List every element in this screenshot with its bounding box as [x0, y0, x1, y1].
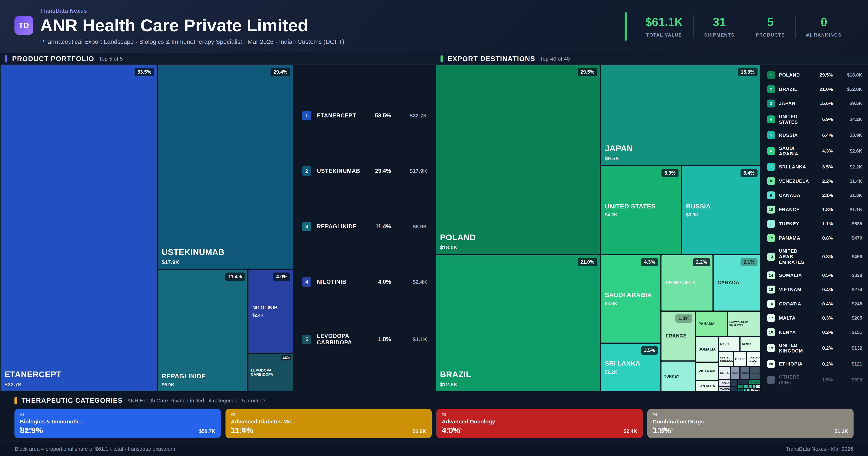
treemap-cell-papua[interactable]: PAPUA...: [737, 389, 743, 392]
treemap-cell-brazil[interactable]: 21.0%BRAZIL$12.8K: [435, 255, 600, 392]
category-products: 1 products: [231, 426, 426, 431]
product-list: 1 ETANERCEPT 53.5% $32.7K 2 USTEKINUMAB …: [293, 65, 435, 392]
treemap-cell-repaglinide[interactable]: 11.4%REPAGLINIDE$6.9K: [157, 269, 248, 392]
treemap-cell-somalia[interactable]: SOMALIA: [695, 337, 718, 362]
cell-label: SAUDI ARABIA$2.6K: [605, 291, 659, 306]
item-name: SAUDI ARABIA: [779, 145, 809, 157]
list-item-united-kingdom[interactable]: 19 UNITED KINGDOM 0.2% $132: [767, 343, 862, 354]
list-item-panama[interactable]: 12 PANAMA 0.8% $470: [767, 234, 862, 242]
treemap-cell-co[interactable]: CO: [747, 389, 750, 392]
treemap-cell-oman[interactable]: OMAN: [756, 384, 761, 389]
list-item-kenya[interactable]: 18 KENYA 0.2% $151: [767, 328, 862, 336]
list-item-brazil[interactable]: 2 BRAZIL 21.0% $12.8K: [767, 85, 862, 93]
list-item-united-arab-emirates[interactable]: 13 UNITED ARAB EMIRATES 0.8% $469: [767, 248, 862, 265]
treemap-cell-saudi-arabia[interactable]: 4.3%SAUDI ARABIA$2.6K: [600, 255, 661, 343]
category-name: Advanced Oncology: [442, 419, 637, 425]
category-card-advanced-diabetes-me[interactable]: #2 Advanced Diabetes Me... 1 products 11…: [225, 409, 432, 438]
treemap-cell-united-arab-emirates[interactable]: UNITED ARAB EMIRATES: [727, 311, 761, 337]
list-item-croatia[interactable]: 16 CROATIA 0.4% $248: [767, 300, 862, 308]
treemap-cell-cayman-isla[interactable]: CAYMAN ISLA...: [747, 351, 761, 367]
rank-badge: 15: [767, 286, 775, 293]
treemap-cell-yemen[interactable]: YEMEN: [749, 379, 761, 384]
treemap-cell-etanercept[interactable]: 53.5%ETANERCEPT$32.7K: [0, 65, 157, 392]
cell-label: BRAZIL$12.8K: [440, 370, 598, 388]
treemap-cell-tanzania[interactable]: TANZANIA: [718, 379, 731, 387]
treemap-cell-germa[interactable]: GERMA: [749, 367, 761, 379]
treemap-cell-turkey[interactable]: TURKEY: [661, 361, 695, 392]
treemap-cell-japan[interactable]: 15.6%JAPAN$9.5K: [600, 65, 761, 166]
stat-label: SHIPMENTS: [704, 32, 735, 38]
list-item-russia[interactable]: 5 RUSSIA 6.4% $3.9K: [767, 131, 862, 139]
list-item-levodopa-carbidopa[interactable]: 5 LEVODOPA CARBIDOPA 1.8% $1.1K: [302, 333, 427, 346]
brand-logo: TD: [14, 16, 33, 35]
list-item-japan[interactable]: 3 JAPAN 15.6% $9.5K: [767, 99, 862, 108]
treemap-cell-poland[interactable]: 29.5%POLAND$18.0K: [435, 65, 600, 255]
list-item-france[interactable]: 10 FRANCE 1.8% $1.1K: [767, 205, 862, 213]
category-card-advanced-oncology[interactable]: #3 Advanced Oncology 1 products 4.0% $2.…: [436, 409, 643, 438]
cell-label: CAYMAN ISLA...: [749, 356, 759, 362]
treemap-cell-mauri[interactable]: MAURI: [730, 379, 737, 387]
list-item-united-states[interactable]: 4 UNITED STATES 6.9% $4.2K: [767, 114, 862, 125]
treemap-cell-sri-lanka[interactable]: 3.5%SRI LANKA$2.2K: [600, 343, 661, 392]
list-item-etanercept[interactable]: 1 ETANERCEPT 53.5% $32.7K: [302, 111, 427, 120]
list-item-sri-lanka[interactable]: 7 SRI LANKA 3.5% $2.2K: [767, 163, 862, 171]
treemap-cell-kenya[interactable]: KENYA: [740, 337, 761, 351]
item-value: $12.8K: [837, 86, 862, 92]
list-item-repaglinide[interactable]: 3 REPAGLINIDE 11.4% $6.9K: [302, 222, 427, 231]
item-share: 4.0%: [366, 279, 391, 285]
treemap-cell-vietnam[interactable]: VIETNAM: [695, 362, 718, 380]
treemap-cell-levodopa-carbidopa[interactable]: 1.8%LEVODOPA CARBIDOPA: [248, 353, 293, 392]
treemap-cell-seych[interactable]: SEYCH: [750, 389, 761, 392]
treemap-cell-france[interactable]: 1.8%FRANCE: [661, 311, 695, 361]
categories-accent-bar: [14, 397, 17, 404]
list-item-saudi-arabia[interactable]: 6 SAUDI ARABIA 4.3% $2.6K: [767, 145, 862, 157]
treemap-cell-ustekinumab[interactable]: 29.4%USTEKINUMAB$17.9K: [157, 65, 293, 269]
page-subtitle: Pharmaceutical Export Landscape · Biolog…: [40, 38, 344, 45]
treemap-cell-cambodia[interactable]: CAMBODIA: [737, 379, 749, 384]
treemap-cell-switz[interactable]: SWITZ: [730, 387, 737, 392]
list-item-vietnam[interactable]: 15 VIETNAM 0.4% $274: [767, 286, 862, 293]
item-value: $1.4K: [837, 178, 862, 184]
treemap-cell-ma[interactable]: MA: [748, 384, 752, 389]
category-card-combination-drugs[interactable]: #4 Combination Drugs 1 products 1.8% $1.…: [647, 409, 854, 438]
treemap-cell-croatia[interactable]: CROATIA: [695, 380, 718, 392]
cell-label: OMAN: [758, 385, 759, 388]
main-grid: PRODUCT PORTFOLIO Top 5 of 5 53.5%ETANER…: [0, 53, 868, 392]
treemap-cell-angola[interactable]: ANGOLA: [730, 367, 740, 379]
treemap-cell-united-states[interactable]: 6.9%UNITED STATES$4.2K: [600, 166, 681, 255]
treemap-cell-venezuela[interactable]: 2.2%VENEZUELA: [661, 255, 713, 311]
share-badge: 2.1%: [741, 258, 757, 266]
treemap-cell-panama[interactable]: PANAMA: [695, 311, 727, 337]
treemap-cell-zambia[interactable]: ZAMBIA: [718, 387, 731, 392]
treemap-cell-ethiopia[interactable]: ETHIOPIA: [733, 351, 747, 367]
item-share: 0.3%: [813, 315, 833, 321]
treemap-cell-taiw[interactable]: TAIW: [743, 384, 748, 389]
treemap-cell-nilotinib[interactable]: 4.0%NILOTINIB$2.4K: [248, 269, 293, 353]
share-badge: 2.2%: [693, 258, 710, 266]
list-item-ethiopia[interactable]: 20 ETHIOPIA 0.2% $121: [767, 360, 862, 368]
treemap-cell-greece[interactable]: GREECE: [740, 367, 749, 379]
list-item-ustekinumab[interactable]: 2 USTEKINUMAB 29.4% $17.9K: [302, 166, 427, 176]
list-item-turkey[interactable]: 11 TURKEY 1.1% $685: [767, 220, 862, 228]
list-item-somalia[interactable]: 14 SOMALIA 0.5% $328: [767, 272, 862, 279]
cell-label: GREECE: [742, 371, 748, 374]
treemap-cell-united-kingdom[interactable]: UNITED KINGDOM: [718, 351, 733, 367]
list-item-venezuela[interactable]: 8 VENEZUELA 2.2% $1.4K: [767, 177, 862, 185]
cell-label: MALTA: [720, 343, 739, 346]
treemap-cell-netherlan[interactable]: NETHERLAN: [718, 367, 731, 379]
list-item-nilotinib[interactable]: 4 NILOTINIB 4.0% $2.4K: [302, 277, 427, 287]
treemap-cell-jo[interactable]: JO: [752, 384, 756, 389]
treemap-cell-ta[interactable]: TA: [743, 389, 747, 392]
category-card-biologics-immunoth[interactable]: #1 Biologics & Immunoth... 2 products 82…: [14, 409, 221, 438]
list-item-canada[interactable]: 9 CANADA 2.1% $1.3K: [767, 192, 862, 199]
rank-badge: 10: [767, 205, 775, 213]
treemap-cell-canada[interactable]: 2.1%CANADA: [713, 255, 761, 311]
treemap-cell-sudan[interactable]: SUDAN: [737, 384, 743, 389]
list-item-malta[interactable]: 17 MALTA 0.3% $205: [767, 314, 862, 322]
treemap-cell-russia[interactable]: 6.4%RUSSIA$3.9K: [682, 166, 761, 255]
item-share: 1.8%: [813, 207, 833, 212]
list-item-poland[interactable]: 1 POLAND 29.5% $18.0K: [767, 71, 862, 79]
item-name: REPAGLINIDE: [317, 223, 360, 230]
list-item-others-20[interactable]: OTHERS (20+) 1.5% $890: [767, 374, 862, 386]
treemap-cell-malta[interactable]: MALTA: [718, 337, 740, 351]
